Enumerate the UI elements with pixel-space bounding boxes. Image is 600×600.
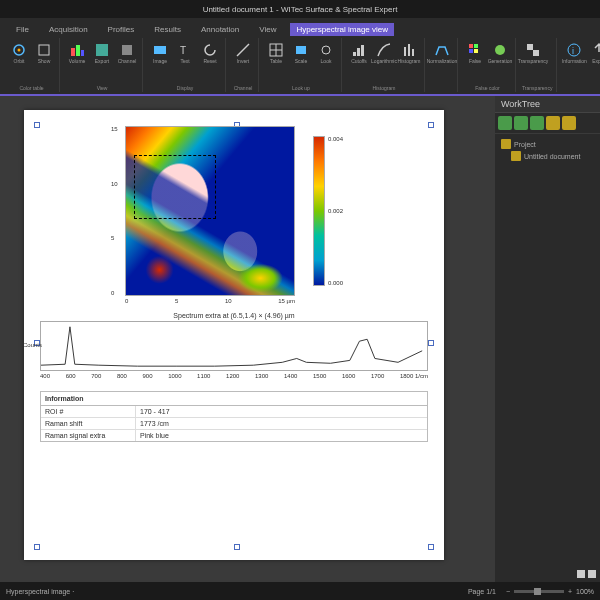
export-icon — [94, 42, 110, 58]
transparency-button[interactable]: Transparency — [522, 39, 544, 67]
show-button[interactable]: Show — [33, 39, 55, 67]
tree-tool-3[interactable] — [530, 116, 544, 130]
svg-rect-7 — [122, 45, 132, 55]
status-page: Page 1/1 — [468, 588, 496, 595]
tab-hyperspectral[interactable]: Hyperspectral image view — [290, 23, 394, 36]
spectrum-y-label: Counts — [23, 342, 42, 348]
svg-rect-23 — [469, 49, 473, 53]
logarithmic-button[interactable]: Logarithmic — [373, 39, 395, 67]
generation-icon — [492, 42, 508, 58]
invert-button[interactable]: Invert — [232, 39, 254, 67]
zoom-plus-icon[interactable]: + — [568, 588, 572, 595]
generation-button[interactable]: Generation — [489, 39, 511, 67]
document-area[interactable]: 151050 051015 µm 0.0040.0020.000 — [0, 96, 495, 582]
image-icon — [152, 42, 168, 58]
selection-handle[interactable] — [428, 544, 434, 550]
tab-file[interactable]: File — [10, 23, 35, 36]
orbit-button[interactable]: Orbit — [8, 39, 30, 67]
folder-icon — [501, 139, 511, 149]
document-icon — [511, 151, 521, 161]
orbit-icon — [11, 42, 27, 58]
svg-rect-16 — [357, 48, 360, 56]
pause-icon[interactable] — [588, 570, 596, 578]
tree-tool-5[interactable] — [562, 116, 576, 130]
spectrum-plot[interactable]: Counts — [40, 321, 428, 371]
svg-rect-15 — [353, 52, 356, 56]
svg-rect-6 — [96, 44, 108, 56]
falsecolor-button[interactable]: False — [464, 39, 486, 67]
spectrum-x-axis: 4006007008009001000110012001300140015001… — [40, 373, 428, 379]
tab-acquisition[interactable]: Acquisition — [43, 23, 94, 36]
selection-handle[interactable] — [428, 340, 434, 346]
info-icon: i — [566, 42, 582, 58]
svg-rect-13 — [296, 46, 306, 54]
worktree-toolbar — [495, 113, 600, 134]
hyperspectral-heatmap[interactable] — [125, 126, 295, 296]
cutoffs-button[interactable]: Cutoffs — [348, 39, 370, 67]
cutoffs-icon — [351, 42, 367, 58]
zoom-value: 100% — [576, 588, 594, 595]
svg-rect-20 — [412, 49, 414, 56]
heatmap-x-axis: 051015 µm — [125, 298, 295, 304]
tab-view[interactable]: View — [253, 23, 282, 36]
look-button[interactable]: Look — [315, 39, 337, 67]
look-icon — [318, 42, 334, 58]
volume-button[interactable]: Volume — [66, 39, 88, 67]
table-row: ROI #170 - 417 — [41, 406, 427, 418]
svg-text:T: T — [180, 45, 186, 56]
info-header: Information — [41, 392, 427, 406]
text-button[interactable]: TText — [174, 39, 196, 67]
spectrum-title: Spectrum extra at (6.5,1.4) × (4.96) µm — [40, 312, 428, 319]
scale-button[interactable]: Scale — [290, 39, 312, 67]
table-row: Raman signal extraPink blue — [41, 430, 427, 441]
selection-handle[interactable] — [428, 122, 434, 128]
colorbar — [313, 136, 325, 286]
export-button[interactable]: Export — [91, 39, 113, 67]
roi-selection[interactable] — [134, 155, 216, 219]
svg-point-25 — [495, 45, 505, 55]
status-bar: Hyperspectral image · Page 1/1 − + 100% — [0, 582, 600, 600]
falsecolor-icon — [467, 42, 483, 58]
selection-handle[interactable] — [34, 544, 40, 550]
tab-results[interactable]: Results — [148, 23, 187, 36]
normalization-button[interactable]: Normalization — [431, 39, 453, 67]
report-page[interactable]: 151050 051015 µm 0.0040.0020.000 — [24, 110, 444, 560]
svg-point-14 — [322, 46, 330, 54]
zoom-slider[interactable] — [514, 590, 564, 593]
heatmap-y-axis: 151050 — [111, 126, 118, 296]
log-icon — [376, 42, 392, 58]
tree-tool-1[interactable] — [498, 116, 512, 130]
selection-handle[interactable] — [34, 122, 40, 128]
worktree[interactable]: Project Untitled document — [495, 134, 600, 166]
play-icon[interactable] — [577, 570, 585, 578]
normalization-icon — [434, 42, 450, 58]
tree-tool-4[interactable] — [546, 116, 560, 130]
image-button[interactable]: Image — [149, 39, 171, 67]
worktree-panel: WorkTree Project Untitled document — [495, 96, 600, 582]
reset-button[interactable]: Reset — [199, 39, 221, 67]
export2-icon — [591, 42, 600, 58]
selection-handle[interactable] — [234, 544, 240, 550]
svg-rect-21 — [469, 44, 473, 48]
histogram-button[interactable]: Histogram — [398, 39, 420, 67]
worktree-title: WorkTree — [495, 96, 600, 113]
tab-profiles[interactable]: Profiles — [102, 23, 141, 36]
ribbon: Orbit Show Color table Volume Export Cha… — [0, 36, 600, 96]
table-icon — [268, 42, 284, 58]
zoom-minus-icon[interactable]: − — [506, 588, 510, 595]
channel-icon — [119, 42, 135, 58]
window-title: Untitled document 1 - WITec Surface & Sp… — [6, 5, 594, 14]
tab-annotation[interactable]: Annotation — [195, 23, 245, 36]
zoom-control[interactable]: − + 100% — [506, 588, 594, 595]
information-button[interactable]: iInformation — [563, 39, 585, 67]
svg-rect-17 — [361, 45, 364, 56]
volume-icon — [69, 42, 85, 58]
channel-button[interactable]: Channel — [116, 39, 138, 67]
tree-tool-2[interactable] — [514, 116, 528, 130]
tree-item: Project — [499, 138, 596, 150]
svg-point-1 — [18, 49, 21, 52]
export2-button[interactable]: Export — [588, 39, 600, 67]
ribbon-tabs: File Acquisition Profiles Results Annota… — [0, 18, 600, 36]
table-button[interactable]: Table — [265, 39, 287, 67]
transparency-icon — [525, 42, 541, 58]
